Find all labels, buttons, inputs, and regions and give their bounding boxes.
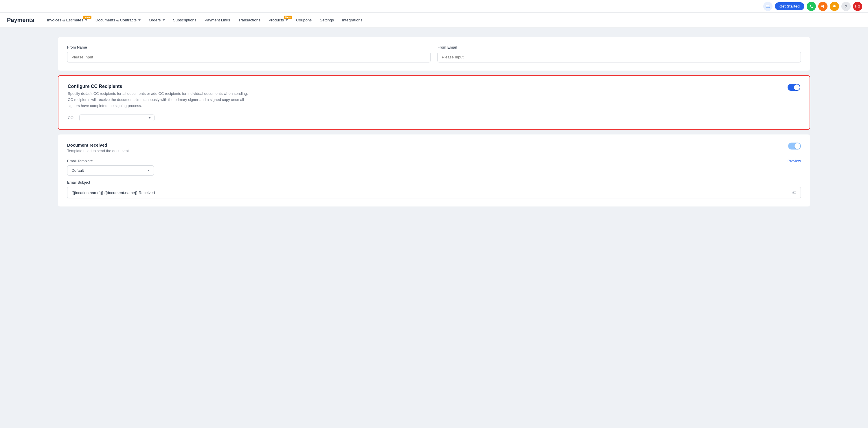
doc-received-title: Document received xyxy=(67,142,129,147)
main-content: From Name From Email Configure CC Recipi… xyxy=(0,28,868,428)
document-received-card: Document received Template used to send … xyxy=(58,134,810,206)
doc-received-header: Document received Template used to send … xyxy=(67,142,801,153)
brand-name: Payments xyxy=(7,17,34,24)
help-icon[interactable]: ? xyxy=(841,2,850,11)
from-email-group: From Email xyxy=(437,45,801,62)
nav-payment-links[interactable]: Payment Links xyxy=(201,16,234,24)
nav-integrations[interactable]: Integrations xyxy=(339,16,366,24)
cc-label: CC: xyxy=(68,116,75,120)
cc-section-header: Configure CC Recipients Specify default … xyxy=(68,84,800,109)
from-name-group: From Name xyxy=(67,45,431,62)
email-subject-value: [{{location.name}}] {{document.name}} Re… xyxy=(71,191,792,195)
nav-subscriptions[interactable]: Subscriptions xyxy=(169,16,200,24)
megaphone-icon[interactable] xyxy=(818,2,828,11)
main-nav: Payments Invoices & Estimates New Docume… xyxy=(0,13,868,28)
cc-header-text: Configure CC Recipients Specify default … xyxy=(68,84,248,109)
svg-rect-0 xyxy=(766,5,770,7)
email-template-label: Email Template xyxy=(67,159,93,163)
from-name-label: From Name xyxy=(67,45,431,50)
phone-icon[interactable] xyxy=(807,2,816,11)
doc-received-subtitle: Template used to send the document xyxy=(67,149,129,153)
chevron-invoices xyxy=(85,20,87,21)
cc-toggle-knob xyxy=(794,85,800,90)
badge-new-products: New xyxy=(284,15,292,19)
email-template-section: Email Template Preview Default xyxy=(67,159,801,175)
email-template-row: Email Template Preview xyxy=(67,159,801,163)
email-subject-field: [{{location.name}}] {{document.name}} Re… xyxy=(67,187,801,198)
nav-products[interactable]: Products New xyxy=(265,16,291,24)
from-email-label: From Email xyxy=(437,45,801,50)
tag-icon[interactable]: 🏷 xyxy=(792,190,797,195)
doc-received-toggle-knob xyxy=(795,143,800,149)
nav-transactions[interactable]: Transactions xyxy=(235,16,264,24)
from-email-input[interactable] xyxy=(437,52,801,62)
preview-link[interactable]: Preview xyxy=(787,159,801,163)
avatar[interactable]: HG xyxy=(853,2,862,11)
doc-received-toggle[interactable] xyxy=(788,142,801,150)
from-fields-card: From Name From Email xyxy=(58,37,810,71)
get-started-button[interactable]: Get Started xyxy=(775,2,804,10)
cc-recipients-card: Configure CC Recipients Specify default … xyxy=(58,75,810,130)
cc-toggle[interactable] xyxy=(787,84,800,91)
chevron-documents xyxy=(138,20,141,21)
nav-documents-contracts[interactable]: Documents & Contracts xyxy=(92,16,144,24)
email-template-select[interactable]: Default xyxy=(67,165,154,175)
template-chevron xyxy=(147,170,150,171)
nav-settings[interactable]: Settings xyxy=(316,16,337,24)
doc-received-body: Email Template Preview Default Email Sub… xyxy=(67,159,801,198)
from-row: From Name From Email xyxy=(67,45,801,62)
doc-received-header-text: Document received Template used to send … xyxy=(67,142,129,153)
email-template-value: Default xyxy=(71,168,84,173)
email-subject-label: Email Subject xyxy=(67,180,801,185)
card-icon[interactable] xyxy=(763,2,773,11)
top-bar: Get Started ? HG xyxy=(0,0,868,13)
bell-icon[interactable] xyxy=(830,2,839,11)
cc-chevron xyxy=(148,117,151,119)
nav-coupons[interactable]: Coupons xyxy=(292,16,315,24)
badge-new-invoices: New xyxy=(83,15,91,19)
email-subject-section: Email Subject [{{location.name}}] {{docu… xyxy=(67,180,801,198)
cc-title: Configure CC Recipients xyxy=(68,84,248,89)
nav-invoices-estimates[interactable]: Invoices & Estimates New xyxy=(44,16,91,24)
chevron-products xyxy=(286,20,288,21)
nav-orders[interactable]: Orders xyxy=(145,16,168,24)
cc-field-row: CC: xyxy=(68,114,800,121)
from-name-input[interactable] xyxy=(67,52,431,62)
nav-items: Invoices & Estimates New Documents & Con… xyxy=(44,16,861,24)
cc-description: Specify default CC recipients for all do… xyxy=(68,91,248,109)
cc-select[interactable] xyxy=(79,114,155,121)
chevron-orders xyxy=(163,20,165,21)
